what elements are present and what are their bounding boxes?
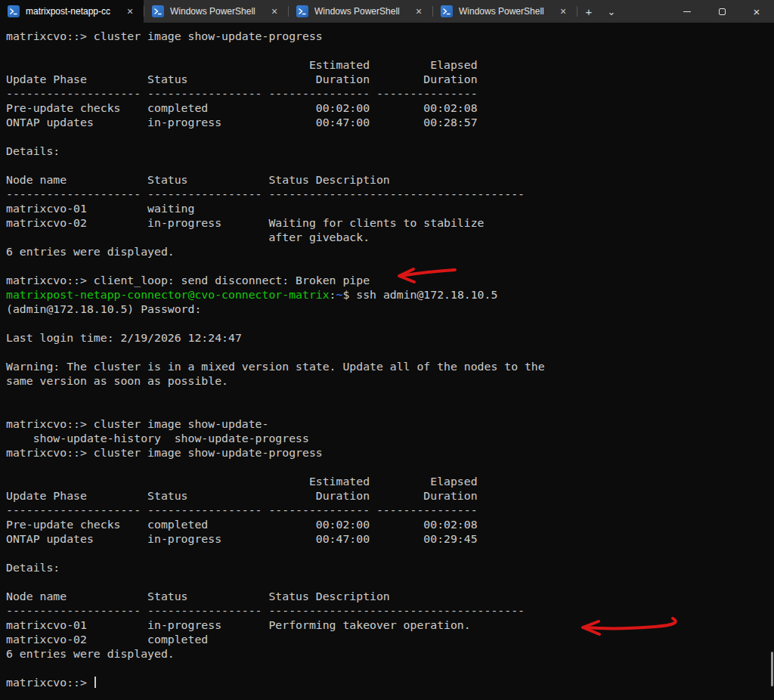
terminal-line: Node name Status Status Description — [6, 172, 774, 187]
terminal-text: matrixcvo-01 in-progress Performing take… — [6, 618, 471, 631]
tab-close-icon[interactable]: × — [557, 6, 569, 17]
terminal-line: matrixcvo::> cluster image show-update-p… — [6, 29, 774, 43]
terminal-text: -------------------- ----------------- -… — [6, 604, 525, 617]
scrollbar-thumb[interactable] — [771, 652, 773, 686]
terminal-text: ONTAP updates in-progress 00:47:00 00:28… — [6, 116, 478, 129]
tab-title: Windows PowerShell — [170, 6, 262, 17]
terminal-line — [6, 129, 774, 144]
terminal-line — [6, 158, 774, 172]
terminal-text: Last login time: 2/19/2026 12:24:47 — [6, 331, 242, 344]
titlebar[interactable]: matrixpost-netapp-cc×Windows PowerShell×… — [0, 0, 774, 23]
terminal-line: ONTAP updates in-progress 00:47:00 00:28… — [6, 115, 774, 129]
terminal-line: matrixcvo::> — [6, 675, 774, 689]
terminal-line: matrixcvo-01 in-progress Performing take… — [6, 618, 774, 632]
terminal-text: Update Phase Status Duration Duration — [6, 489, 478, 502]
terminal-text: Warning: The cluster is in a mixed versi… — [6, 360, 545, 373]
terminal-line — [6, 345, 774, 359]
tab-title: matrixpost-netapp-cc — [26, 6, 118, 17]
terminal-text: $ ssh admin@172.18.10.5 — [342, 288, 497, 301]
terminal-line: same version as soon as possible. — [6, 373, 774, 388]
terminal-text: 6 entries were displayed. — [6, 245, 175, 258]
terminal-line: Update Phase Status Duration Duration — [6, 488, 774, 503]
powershell-icon — [8, 5, 20, 17]
tab-close-icon[interactable]: × — [124, 6, 136, 17]
tab-close-icon[interactable]: × — [268, 6, 280, 17]
maximize-button[interactable] — [704, 0, 739, 23]
terminal-text: -------------------- ----------------- -… — [6, 503, 478, 516]
terminal-text: matrixcvo::> cluster image show-update-p… — [6, 29, 323, 42]
terminal-text: Details: — [6, 144, 60, 157]
terminal-line: matrixcvo-02 in-progress Waiting for cli… — [6, 215, 774, 230]
terminal-line: 6 entries were displayed. — [6, 646, 774, 661]
terminal-line: matrixcvo::> client_loop: send disconnec… — [6, 273, 774, 287]
terminal-line: matrixpost-netapp-connector@cvo-connecto… — [6, 287, 774, 302]
powershell-icon — [441, 5, 453, 17]
tab-3[interactable]: Windows PowerShell× — [289, 0, 432, 23]
tab-2[interactable]: Windows PowerShell× — [144, 0, 288, 23]
terminal-text: ONTAP updates in-progress 00:47:00 00:29… — [6, 532, 478, 545]
terminal-line: (admin@172.18.10.5) Password: — [6, 302, 774, 316]
terminal-text: Node name Status Status Description — [6, 590, 390, 602]
terminal-line — [6, 661, 774, 675]
terminal-text: matrixcvo-02 completed — [6, 633, 208, 646]
terminal-text: show-update-history show-update-progress — [6, 432, 309, 444]
terminal-line: matrixcvo::> cluster image show-update-p… — [6, 445, 774, 460]
close-button[interactable]: × — [739, 0, 774, 23]
terminal-text: same version as soon as possible. — [6, 374, 228, 387]
tab-strip: matrixpost-netapp-cc×Windows PowerShell×… — [0, 0, 577, 23]
terminal-line — [6, 460, 774, 474]
terminal-line: -------------------- ----------------- -… — [6, 187, 774, 201]
terminal-line: Update Phase Status Duration Duration — [6, 72, 774, 86]
terminal-line — [6, 575, 774, 589]
terminal-line — [6, 388, 774, 402]
terminal-text: matrixcvo::> cluster image show-update-p… — [6, 446, 323, 459]
powershell-icon — [296, 5, 308, 17]
terminal-line: -------------------- ----------------- -… — [6, 503, 774, 517]
close-icon: × — [754, 5, 760, 18]
terminal-line: -------------------- ----------------- -… — [6, 86, 774, 101]
tab-4[interactable]: Windows PowerShell× — [433, 0, 577, 23]
terminal-line — [6, 43, 774, 57]
new-tab-button[interactable]: + — [577, 0, 600, 23]
terminal-line: Pre-update checks completed 00:02:00 00:… — [6, 517, 774, 531]
terminal-line: show-update-history show-update-progress — [6, 431, 774, 445]
titlebar-drag-area[interactable] — [623, 0, 670, 23]
terminal-line: Details: — [6, 144, 774, 158]
tab-title: Windows PowerShell — [314, 6, 407, 17]
tab-1-active[interactable]: matrixpost-netapp-cc× — [0, 0, 144, 23]
terminal-text: Estimated Elapsed — [6, 58, 478, 71]
terminal-text: matrixcvo::> cluster image show-update- — [6, 417, 268, 430]
maximize-icon — [719, 8, 726, 15]
powershell-icon — [152, 5, 164, 17]
terminal-text: matrixcvo-01 waiting — [6, 202, 194, 215]
terminal-text: (admin@172.18.10.5) Password: — [6, 302, 201, 315]
text-cursor — [94, 677, 96, 688]
terminal-text: 6 entries were displayed. — [6, 647, 175, 660]
terminal-text: after giveback. — [6, 231, 370, 243]
terminal-text: Estimated Elapsed — [6, 475, 478, 488]
terminal-line: matrixcvo-01 waiting — [6, 201, 774, 215]
terminal-line: Estimated Elapsed — [6, 474, 774, 488]
terminal-line — [6, 402, 774, 417]
terminal-text: matrixcvo::> client_loop: send disconnec… — [6, 274, 370, 287]
minimize-icon — [683, 11, 691, 12]
tab-close-icon[interactable]: × — [413, 6, 425, 17]
terminal-line: matrixcvo::> cluster image show-update- — [6, 417, 774, 431]
terminal-text: : — [330, 288, 336, 301]
tab-title: Windows PowerShell — [459, 6, 551, 17]
terminal-line: Estimated Elapsed — [6, 57, 774, 72]
terminal-text: -------------------- ----------------- -… — [6, 87, 478, 100]
tab-dropdown-button[interactable]: ⌄ — [600, 0, 623, 23]
terminal-text: Details: — [6, 561, 60, 574]
terminal-viewport[interactable]: matrixcvo::> cluster image show-update-p… — [0, 23, 774, 700]
terminal-text: matrixcvo::> — [6, 676, 94, 689]
terminal-text: Node name Status Status Description — [6, 173, 390, 186]
terminal-line: after giveback. — [6, 230, 774, 244]
terminal-line: Node name Status Status Description — [6, 589, 774, 603]
terminal-text: Update Phase Status Duration Duration — [6, 73, 478, 85]
terminal-line — [6, 546, 774, 560]
minimize-button[interactable] — [670, 0, 704, 23]
terminal-line: matrixcvo-02 completed — [6, 632, 774, 646]
terminal-line: -------------------- ----------------- -… — [6, 603, 774, 618]
terminal-text: Pre-update checks completed 00:02:00 00:… — [6, 518, 478, 531]
